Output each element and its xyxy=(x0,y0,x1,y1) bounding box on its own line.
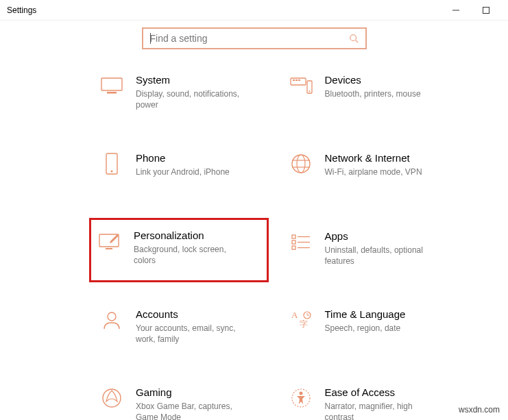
apps-icon xyxy=(289,230,313,254)
watermark: wsxdn.com xyxy=(459,405,500,415)
devices-icon xyxy=(289,74,313,97)
tile-desc: Display, sound, notifications, power xyxy=(136,88,252,110)
tile-title: Network & Internet xyxy=(325,152,442,164)
svg-rect-9 xyxy=(298,79,300,81)
tile-text: Accounts Your accounts, email, sync, wor… xyxy=(136,308,252,345)
tile-desc: Narrator, magnifier, high contrast xyxy=(325,401,442,420)
window-controls xyxy=(441,0,508,21)
text-cursor xyxy=(150,33,151,44)
tile-desc: Wi-Fi, airplane mode, VPN xyxy=(325,166,442,177)
svg-point-26 xyxy=(108,312,116,321)
maximize-button[interactable] xyxy=(471,0,501,21)
svg-point-11 xyxy=(309,90,310,92)
tile-desc: Xbox Game Bar, captures, Game Mode xyxy=(136,401,252,420)
titlebar: Settings xyxy=(0,0,508,21)
search-input[interactable] xyxy=(150,33,349,44)
close-button[interactable] xyxy=(501,0,508,21)
svg-rect-24 xyxy=(292,246,295,249)
svg-rect-8 xyxy=(295,79,298,81)
minimize-icon xyxy=(452,7,459,14)
tile-system[interactable]: System Display, sound, notifications, po… xyxy=(96,70,265,118)
tile-desc: Uninstall, defaults, optional features xyxy=(325,245,442,267)
tile-title: System xyxy=(136,74,252,86)
tile-text: Phone Link your Android, iPhone xyxy=(136,152,252,177)
svg-point-14 xyxy=(292,155,310,173)
tile-desc: Your accounts, email, sync, work, family xyxy=(136,323,252,345)
tile-text: Personalization Background, lock screen,… xyxy=(134,230,250,266)
maximize-icon xyxy=(483,7,489,14)
network-icon xyxy=(289,152,313,175)
svg-rect-19 xyxy=(106,248,112,249)
tile-text: Apps Uninstall, defaults, optional featu… xyxy=(325,230,442,267)
minimize-button[interactable] xyxy=(441,0,471,21)
tile-title: Phone xyxy=(136,152,252,164)
svg-point-34 xyxy=(299,392,302,395)
svg-point-15 xyxy=(297,155,305,173)
svg-point-32 xyxy=(103,389,121,407)
svg-rect-4 xyxy=(101,78,122,90)
window-title: Settings xyxy=(7,5,36,15)
tile-network[interactable]: Network & Internet Wi-Fi, airplane mode,… xyxy=(285,148,454,196)
tile-phone[interactable]: Phone Link your Android, iPhone xyxy=(96,148,265,196)
svg-rect-5 xyxy=(107,92,117,94)
svg-text:A: A xyxy=(291,310,298,320)
tile-title: Devices xyxy=(325,74,442,86)
tile-text: Ease of Access Narrator, magnifier, high… xyxy=(325,386,442,420)
settings-grid: System Display, sound, notifications, po… xyxy=(0,70,508,420)
tile-desc: Link your Android, iPhone xyxy=(136,166,252,177)
gaming-icon xyxy=(100,386,123,410)
tile-text: System Display, sound, notifications, po… xyxy=(136,74,252,110)
svg-rect-22 xyxy=(292,240,295,244)
tile-text: Gaming Xbox Game Bar, captures, Game Mod… xyxy=(136,386,252,420)
ease-of-access-icon xyxy=(289,386,313,410)
svg-rect-20 xyxy=(292,235,295,238)
tile-time-language[interactable]: A字 Time & Language Speech, region, date xyxy=(285,304,454,352)
system-icon xyxy=(100,74,123,97)
svg-rect-7 xyxy=(293,79,295,81)
accounts-icon xyxy=(100,308,123,332)
tile-accounts[interactable]: Accounts Your accounts, email, sync, wor… xyxy=(96,304,265,352)
svg-rect-6 xyxy=(291,78,306,85)
tile-devices[interactable]: Devices Bluetooth, printers, mouse xyxy=(285,70,454,118)
tile-gaming[interactable]: Gaming Xbox Game Bar, captures, Game Mod… xyxy=(96,382,265,420)
phone-icon xyxy=(100,152,123,175)
search-icon xyxy=(349,34,359,43)
time-language-icon: A字 xyxy=(289,308,313,332)
tile-apps[interactable]: Apps Uninstall, defaults, optional featu… xyxy=(285,226,454,274)
svg-text:字: 字 xyxy=(300,319,308,329)
search-box[interactable] xyxy=(142,27,367,49)
tile-text: Network & Internet Wi-Fi, airplane mode,… xyxy=(325,152,442,177)
tile-text: Devices Bluetooth, printers, mouse xyxy=(325,74,442,99)
personalization-icon xyxy=(98,230,121,253)
tile-title: Personalization xyxy=(134,230,250,241)
tile-personalization[interactable]: Personalization Background, lock screen,… xyxy=(89,218,269,282)
tile-ease-of-access[interactable]: Ease of Access Narrator, magnifier, high… xyxy=(285,382,454,420)
tile-desc: Background, lock screen, colors xyxy=(134,244,250,266)
svg-line-3 xyxy=(355,40,358,43)
tile-title: Accounts xyxy=(136,308,252,320)
tile-desc: Speech, region, date xyxy=(325,323,442,334)
tile-text: Time & Language Speech, region, date xyxy=(325,308,442,334)
svg-rect-1 xyxy=(483,7,489,13)
search-area xyxy=(0,21,508,70)
tile-title: Gaming xyxy=(136,386,252,398)
tile-title: Time & Language xyxy=(325,308,442,320)
tile-desc: Bluetooth, printers, mouse xyxy=(325,88,442,99)
svg-point-13 xyxy=(111,171,113,173)
tile-title: Apps xyxy=(325,230,442,242)
svg-point-2 xyxy=(350,35,356,41)
tile-title: Ease of Access xyxy=(325,386,442,398)
